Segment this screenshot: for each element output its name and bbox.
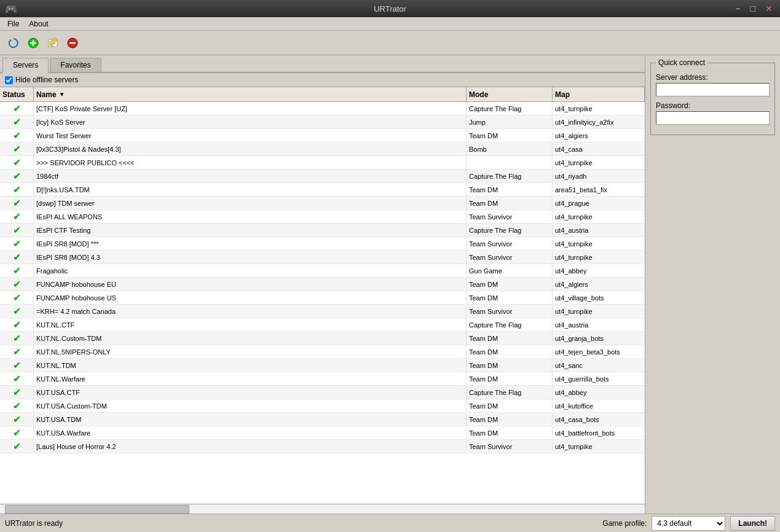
column-header-name[interactable]: Name ▼	[34, 87, 467, 101]
server-row[interactable]: ✔[dswp] TDM serwerTeam DMut4_prague	[0, 197, 645, 210]
column-header-mode[interactable]: Mode	[467, 87, 553, 101]
server-row[interactable]: ✔IEsPI CTF TestingCapture The Flagut4_au…	[0, 224, 645, 237]
edit-button[interactable]	[44, 34, 61, 52]
cell-map: ut4_prague	[553, 197, 645, 209]
cell-status: ✔	[0, 197, 34, 209]
cell-status: ✔	[0, 332, 34, 345]
cell-status: ✔	[0, 359, 34, 372]
status-icon: ✔	[12, 280, 22, 289]
server-row[interactable]: ✔[0x3C33]Pistol & Nades[4.3]Bombut4_casa	[0, 143, 645, 156]
cell-status: ✔	[0, 115, 34, 128]
column-header-map[interactable]: Map	[553, 87, 645, 101]
server-row[interactable]: ✔=KRH= 4.2 match CanadaTeam Survivorut4_…	[0, 305, 645, 318]
status-icon: ✔	[12, 158, 22, 168]
server-row[interactable]: ✔KUT.USA.TDMTeam DMut4_casa_bots	[0, 413, 645, 426]
password-input[interactable]	[656, 111, 770, 125]
server-row[interactable]: ✔KUT.NL.WarfareTeam DMut4_guerrilla_bots	[0, 372, 645, 386]
server-row[interactable]: ✔FUNCAMP hobohouse EUTeam DMut4_algiers	[0, 278, 645, 291]
status-icon: ✔	[12, 347, 22, 357]
cell-name: >>> SERVIDOR PUBLICO <<<<	[34, 156, 467, 169]
maximize-button[interactable]: □	[748, 4, 758, 13]
server-row[interactable]: ✔Wurst Test SerwerTeam DMut4_algiers	[0, 129, 645, 143]
edit-icon	[47, 37, 59, 49]
server-row[interactable]: ✔FUNCAMP hobohouse USTeam DMut4_village_…	[0, 291, 645, 305]
menu-file[interactable]: File	[2, 18, 24, 29]
refresh-button[interactable]	[5, 34, 22, 52]
status-icon: ✔	[12, 320, 22, 330]
server-row[interactable]: ✔IEsPI SR8 [MOD] ***Team Survivorut4_tur…	[0, 237, 645, 251]
status-icon: ✔	[12, 171, 22, 181]
tab-favorites[interactable]: Favorites	[50, 58, 101, 72]
cell-mode: Bomb	[467, 143, 553, 155]
cell-name: IEsPI SR8 [MOD] 4.3	[34, 251, 467, 264]
cell-name: KUT.NL.TDM	[34, 359, 467, 372]
status-icon: ✔	[12, 415, 22, 424]
close-button[interactable]: ✕	[763, 4, 775, 13]
horizontal-scrollbar[interactable]	[0, 504, 645, 514]
server-row[interactable]: ✔>>> SERVIDOR PUBLICO <<<<ut4_turnpike	[0, 156, 645, 170]
hide-offline-checkbox[interactable]	[5, 76, 13, 84]
status-icon: ✔	[12, 131, 22, 141]
main-area: Servers Favorites Hide offline servers S…	[0, 55, 780, 514]
cell-name: KUT.USA.CTF	[34, 386, 467, 399]
remove-button[interactable]	[64, 34, 81, 52]
cell-name: [dswp] TDM serwer	[34, 197, 467, 209]
cell-status: ✔	[0, 305, 34, 318]
server-row[interactable]: ✔[CTF] KoS Private Server [UZ]Capture Th…	[0, 102, 645, 115]
cell-status: ✔	[0, 386, 34, 399]
game-profile-select[interactable]: 4.3 default 4.2 default Custom	[652, 516, 725, 531]
cell-map: ut4_turnpike	[553, 440, 645, 453]
server-row[interactable]: ✔KUT.NL.TDMTeam DMut4_sanc	[0, 359, 645, 372]
cell-map: ut4_algiers	[553, 278, 645, 291]
password-label: Password:	[656, 101, 770, 110]
cell-status: ✔	[0, 413, 34, 426]
server-row[interactable]: ✔KUT.USA.WarfareTeam DMut4_battlefront_b…	[0, 426, 645, 440]
server-row[interactable]: ✔IEsPI SR8 [MOD] 4.3Team Survivorut4_tur…	[0, 251, 645, 264]
cell-map: ut4_austria	[553, 224, 645, 237]
server-row[interactable]: ✔IEsPI ALL WEAPONSTeam Survivorut4_turnp…	[0, 210, 645, 224]
server-row[interactable]: ✔FragaholicGun Gameut4_abbey	[0, 264, 645, 278]
cell-mode: Team DM	[467, 278, 553, 291]
status-icon: ✔	[12, 334, 22, 343]
window-controls: − □ ✕	[733, 4, 775, 13]
server-row[interactable]: ✔1984ctfCapture The Flagut4_riyadh	[0, 170, 645, 183]
cell-map: ut4_casa_bots	[553, 413, 645, 426]
server-row[interactable]: ✔KUT.NL.Custom-TDMTeam DMut4_granja_bots	[0, 332, 645, 345]
server-row[interactable]: ✔D[!]nks.USA.TDMTeam DMarea51_beta1_fix	[0, 183, 645, 197]
cell-mode: Team DM	[467, 399, 553, 412]
launch-button[interactable]: Launch!	[730, 516, 775, 531]
cell-name: [Icy] KoS Server	[34, 115, 467, 128]
statusbar-right: Game profile: 4.3 default 4.2 default Cu…	[602, 516, 775, 531]
cell-status: ✔	[0, 183, 34, 196]
hide-offline-label[interactable]: Hide offline servers	[15, 76, 79, 84]
cell-name: 1984ctf	[34, 170, 467, 182]
cell-name: IEsPI ALL WEAPONS	[34, 210, 467, 223]
server-address-input[interactable]	[656, 83, 770, 96]
cell-map: ut4_austria	[553, 318, 645, 331]
cell-mode: Team Survivor	[467, 237, 553, 250]
menu-about[interactable]: About	[24, 18, 53, 29]
cell-status: ✔	[0, 224, 34, 237]
quick-connect-title: Quick connect	[656, 58, 707, 67]
app-icon: 🎮	[5, 3, 17, 15]
cell-status: ✔	[0, 426, 34, 439]
server-row[interactable]: ✔[Icy] KoS ServerJumput4_infinityicy_a2f…	[0, 115, 645, 129]
tab-servers[interactable]: Servers	[2, 58, 49, 73]
add-button[interactable]	[25, 34, 42, 52]
server-row[interactable]: ✔KUT.NL.5NIPERS-ONLYTeam DMut4_tejen_bet…	[0, 345, 645, 359]
cell-name: FUNCAMP hobohouse EU	[34, 278, 467, 291]
cell-status: ✔	[0, 251, 34, 264]
server-row[interactable]: ✔KUT.NL.CTFCapture The Flagut4_austria	[0, 318, 645, 332]
server-list-scroll[interactable]: ✔[CTF] KoS Private Server [UZ]Capture Th…	[0, 102, 645, 504]
server-row[interactable]: ✔KUT.USA.Custom-TDMTeam DMut4_kutoffice	[0, 399, 645, 413]
minimize-button[interactable]: −	[733, 4, 743, 13]
menubar: File About	[0, 17, 780, 31]
server-row[interactable]: ✔KUT.USA.CTFCapture The Flagut4_abbey	[0, 386, 645, 399]
cell-map: ut4_abbey	[553, 386, 645, 399]
server-address-label: Server address:	[656, 73, 770, 82]
cell-mode: Capture The Flag	[467, 170, 553, 182]
column-header-status[interactable]: Status	[0, 87, 34, 101]
server-row[interactable]: ✔[Laus] House of Horror 4.2Team Survivor…	[0, 440, 645, 453]
cell-status: ✔	[0, 156, 34, 169]
hscroll-thumb[interactable]	[5, 505, 189, 514]
